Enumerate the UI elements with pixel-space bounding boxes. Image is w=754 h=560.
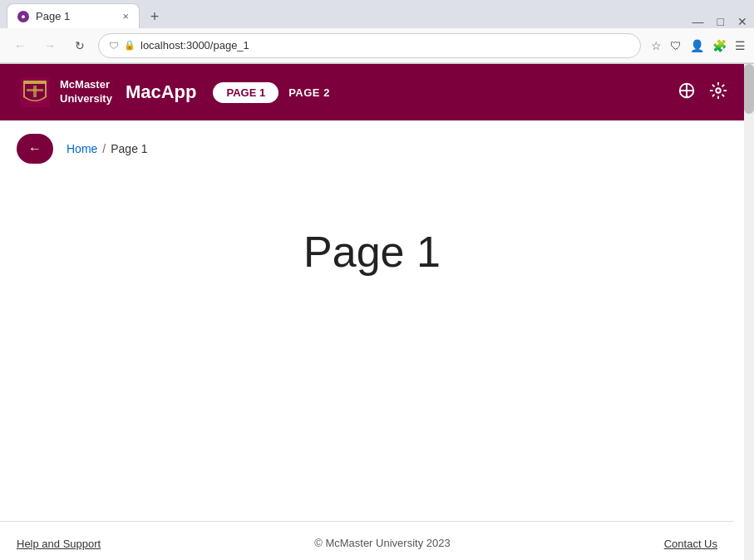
vpn-icon[interactable]: 🛡: [670, 39, 682, 52]
browser-tab[interactable]: ● Page 1 ×: [7, 3, 140, 28]
tab-title: Page 1: [36, 10, 70, 22]
minimize-button[interactable]: —: [692, 15, 704, 28]
nav-page2-button[interactable]: PAGE 2: [288, 86, 330, 99]
nav-page1-button[interactable]: PAGE 1: [213, 82, 278, 103]
crest-icon: [17, 74, 53, 111]
app-header: McMaster University MacApp PAGE 1 PAGE 2: [0, 64, 744, 120]
contact-us-link[interactable]: Contact Us: [664, 538, 717, 550]
window-controls: — □ ✕: [692, 15, 747, 28]
footer-contact: Contact Us: [664, 536, 717, 551]
page-content: Page 1: [0, 177, 744, 327]
app-container: McMaster University MacApp PAGE 1 PAGE 2: [0, 64, 744, 560]
page-title: Page 1: [303, 227, 441, 277]
help-support-link[interactable]: Help and Support: [17, 538, 101, 550]
app-title: MacApp: [126, 81, 197, 103]
settings-icon[interactable]: [709, 81, 727, 104]
svg-rect-4: [27, 89, 43, 91]
tab-bar: ● Page 1 × + — □ ✕: [0, 0, 754, 28]
app-footer: Help and Support © McMaster University 2…: [0, 521, 734, 560]
forward-nav-button[interactable]: →: [38, 34, 62, 57]
bookmark-icon[interactable]: ☆: [651, 39, 662, 52]
browser-nav-bar: ← → ↻ 🛡 🔒 localhost:3000/page_1 ☆ 🛡 👤 🧩 …: [0, 28, 754, 63]
url-text: localhost:3000/page_1: [140, 39, 630, 52]
scrollbar-thumb[interactable]: [744, 64, 754, 114]
theme-toggle-icon[interactable]: [678, 81, 696, 104]
menu-icon[interactable]: ☰: [735, 39, 746, 52]
new-tab-button[interactable]: +: [143, 5, 166, 28]
profile-icon[interactable]: 👤: [690, 39, 704, 52]
logo-text: McMaster University: [60, 78, 112, 106]
mcmaster-logo: McMaster University: [17, 74, 112, 111]
shield-icon: 🛡: [109, 40, 119, 52]
address-bar[interactable]: 🛡 🔒 localhost:3000/page_1: [98, 33, 641, 58]
back-button[interactable]: ←: [17, 134, 53, 164]
breadcrumb-separator: /: [102, 142, 106, 155]
scrollbar-track[interactable]: [744, 64, 754, 560]
lock-icon: 🔒: [124, 40, 136, 51]
browser-chrome: ● Page 1 × + — □ ✕ ← → ↻ 🛡 🔒 localhost:3…: [0, 0, 754, 64]
tab-close-button[interactable]: ×: [122, 10, 129, 22]
breadcrumb-area: ← Home / Page 1: [0, 120, 744, 177]
refresh-button[interactable]: ↻: [68, 34, 91, 57]
close-button[interactable]: ✕: [737, 15, 747, 28]
breadcrumb-home-link[interactable]: Home: [67, 142, 97, 155]
footer-help: Help and Support: [17, 536, 101, 551]
header-actions: [678, 81, 727, 104]
footer-copyright: © McMaster University 2023: [101, 537, 664, 549]
breadcrumb-current-page: Page 1: [111, 142, 147, 155]
svg-rect-2: [23, 81, 47, 84]
breadcrumb: Home / Page 1: [67, 142, 148, 155]
maximize-button[interactable]: □: [717, 15, 724, 28]
browser-nav-actions: ☆ 🛡 👤 🧩 ☰: [651, 39, 746, 52]
tab-favicon: ●: [17, 11, 29, 22]
extensions-icon[interactable]: 🧩: [712, 39, 727, 52]
svg-point-6: [716, 88, 721, 93]
back-nav-button[interactable]: ←: [8, 34, 32, 57]
